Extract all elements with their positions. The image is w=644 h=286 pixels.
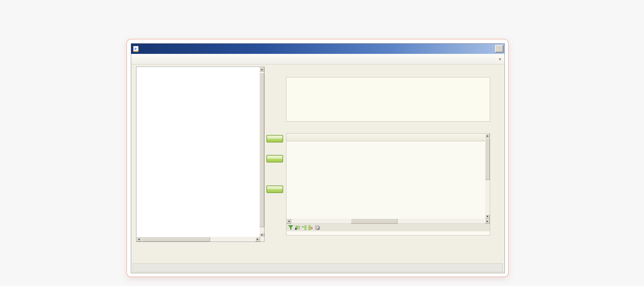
toolbar: ▼ xyxy=(131,54,505,64)
lines-grid: ▲ ▼ ◄ ► + xyxy=(286,133,490,235)
scroll-thumb[interactable] xyxy=(142,237,210,242)
scroll-thumb[interactable] xyxy=(351,219,398,224)
scroll-up-icon[interactable]: ▲ xyxy=(259,67,264,72)
grid-footer: + x xyxy=(286,224,490,231)
scroll-up-icon[interactable]: ▲ xyxy=(485,134,490,138)
add-grid-icon[interactable]: + xyxy=(295,225,300,230)
filter-icon[interactable] xyxy=(288,225,293,230)
move-left-button[interactable] xyxy=(266,135,283,142)
tree-horizontal-scrollbar[interactable]: ◄ ► xyxy=(136,237,264,242)
close-icon[interactable] xyxy=(495,45,503,52)
grid-header xyxy=(286,134,485,141)
dialog-window: e ▼ ▲ ▼ ◄ xyxy=(131,43,505,273)
dialog-content: ▲ ▼ ◄ ► xyxy=(131,64,505,273)
bom-tree-panel: ▲ ▼ ◄ ► xyxy=(136,67,264,242)
bom-tree xyxy=(136,67,260,237)
svg-text:+: + xyxy=(295,228,297,230)
expand-rows-icon[interactable] xyxy=(301,225,307,230)
copy-sheet-icon[interactable] xyxy=(315,225,320,230)
scroll-left-icon[interactable]: ◄ xyxy=(286,219,291,224)
tree-vertical-scrollbar[interactable]: ▲ ▼ xyxy=(259,67,264,237)
basic-form xyxy=(286,77,490,122)
scroll-right-icon[interactable]: ► xyxy=(485,219,490,224)
title-bar: e xyxy=(131,44,505,54)
move-all-button[interactable] xyxy=(266,185,283,193)
svg-text:e: e xyxy=(134,46,137,51)
grid-horizontal-scrollbar[interactable]: ◄ ► xyxy=(286,219,490,224)
scroll-left-icon[interactable]: ◄ xyxy=(136,237,141,242)
scroll-right-icon[interactable]: ► xyxy=(255,237,260,242)
status-bar xyxy=(133,263,503,272)
scroll-down-icon[interactable]: ▼ xyxy=(485,214,490,219)
webpage-dialog-icon: e xyxy=(133,46,139,52)
scroll-thumb[interactable] xyxy=(485,138,490,180)
page: e ▼ ▲ ▼ ◄ xyxy=(0,0,644,286)
svg-text:x: x xyxy=(311,226,313,230)
scroll-thumb[interactable] xyxy=(259,73,264,227)
move-right-button[interactable] xyxy=(266,155,283,162)
grid-vertical-scrollbar[interactable]: ▲ ▼ xyxy=(485,134,490,219)
dialog-container: e ▼ ▲ ▼ ◄ xyxy=(126,39,509,277)
toolbar-overflow-icon[interactable]: ▼ xyxy=(498,57,502,61)
detail-panel: ▲ ▼ ◄ ► + xyxy=(286,69,493,235)
delete-rows-icon[interactable]: x xyxy=(308,225,313,230)
